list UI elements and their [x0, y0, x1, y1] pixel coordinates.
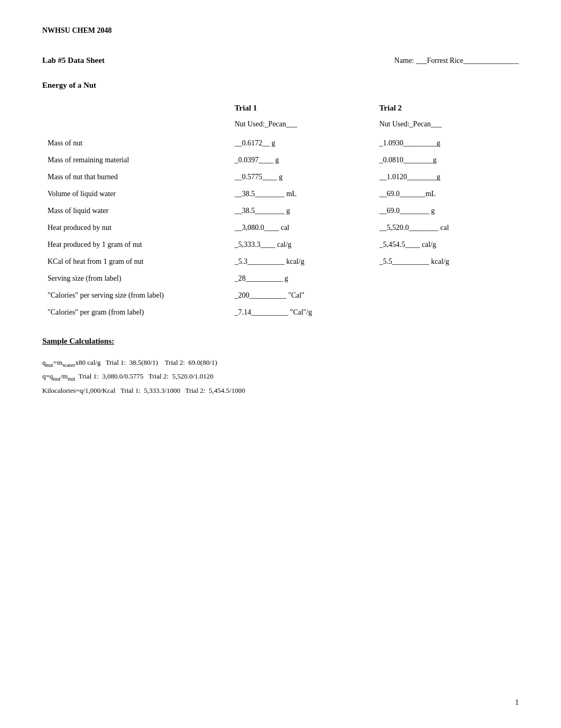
row-label-6: Heat produced by 1 gram of nut — [42, 236, 229, 253]
table-row: "Calories" per serving size (from label)… — [42, 287, 519, 304]
row-trial1-9: _200__________ "Cal" — [229, 287, 374, 304]
table-row: "Calories" per gram (from label)_7.14___… — [42, 304, 519, 321]
table-row: Volume of liquid water__38.5________ mL_… — [42, 186, 519, 202]
table-row: Mass of remaining material_0.0397____ g_… — [42, 152, 519, 169]
row-trial1-3: __38.5________ mL — [229, 186, 374, 202]
row-label-2: Mass of nut that burned — [42, 169, 229, 186]
sample-calc-line3: Kilocalories=q/1,000/Kcal Trial 1: 5,333… — [42, 384, 519, 398]
table-row: Mass of nut__0.6172__ g_1.0930_________g — [42, 135, 519, 152]
row-label-3: Volume of liquid water — [42, 186, 229, 202]
row-label-0: Mass of nut — [42, 135, 229, 152]
row-label-10: "Calories" per gram (from label) — [42, 304, 229, 321]
nut-used-spacer — [42, 118, 229, 135]
row-trial2-1: _0.0810________g — [374, 152, 519, 169]
row-trial2-0: _1.0930_________g — [374, 135, 519, 152]
page-number: 1 — [515, 698, 519, 707]
lab-title: Lab #5 Data Sheet — [42, 56, 105, 65]
trial2-header: Trial 2 — [374, 100, 519, 118]
data-table: Trial 1 Trial 2 Nut Used:_Pecan___ Nut U… — [42, 100, 519, 321]
row-label-1: Mass of remaining material — [42, 152, 229, 169]
col-header-label — [42, 100, 229, 118]
header-title: NWHSU CHEM 2048 — [42, 26, 519, 35]
table-row: Mass of liquid water__38.5________ g__69… — [42, 202, 519, 219]
row-trial1-4: __38.5________ g — [229, 202, 374, 219]
name-field: Name: ___Forrest Rice_______________ — [394, 57, 519, 65]
row-trial1-8: _28__________ g — [229, 270, 374, 287]
row-trial2-7: _5.5__________ kcal/g — [374, 253, 519, 270]
row-trial1-6: _5,333.3____ cal/g — [229, 236, 374, 253]
table-row: Mass of nut that burned__0.5775____ g__1… — [42, 169, 519, 186]
table-row: Heat produced by 1 gram of nut_5,333.3__… — [42, 236, 519, 253]
table-row: Serving size (from label)_28__________ g — [42, 270, 519, 287]
row-label-8: Serving size (from label) — [42, 270, 229, 287]
row-trial1-5: __3,080.0____ cal — [229, 219, 374, 236]
nut-used-trial1: Nut Used:_Pecan___ — [229, 118, 374, 135]
row-trial1-10: _7.14__________ "Cal"/g — [229, 304, 374, 321]
row-trial2-2: __1.0120________g — [374, 169, 519, 186]
row-label-7: KCal of heat from 1 gram of nut — [42, 253, 229, 270]
sample-calc-block: qnut=mwaterx80 cal/g Trial 1: 38.5(80/1)… — [42, 356, 519, 398]
sample-calc-title: Sample Calculations: — [42, 337, 519, 346]
nut-used-trial2: Nut Used:_Pecan___ — [374, 118, 519, 135]
row-trial2-3: __69.0_______mL — [374, 186, 519, 202]
table-row: Heat produced by nut__3,080.0____ cal__5… — [42, 219, 519, 236]
row-trial2-4: __69.0________ g — [374, 202, 519, 219]
sample-calc-line1: qnut=mwaterx80 cal/g Trial 1: 38.5(80/1)… — [42, 356, 519, 370]
row-label-4: Mass of liquid water — [42, 202, 229, 219]
row-trial2-8 — [374, 270, 519, 287]
trial1-header: Trial 1 — [229, 100, 374, 118]
sample-calc-line2: q=qnut/mnut Trial 1: 3,080.0/0.5775 Tria… — [42, 370, 519, 384]
section-title: Energy of a Nut — [42, 81, 519, 90]
row-trial1-1: _0.0397____ g — [229, 152, 374, 169]
row-trial1-7: _5.3__________ kcal/g — [229, 253, 374, 270]
row-trial2-10 — [374, 304, 519, 321]
table-row: KCal of heat from 1 gram of nut_5.3_____… — [42, 253, 519, 270]
row-label-9: "Calories" per serving size (from label) — [42, 287, 229, 304]
row-trial2-6: _5,454.5____ cal/g — [374, 236, 519, 253]
row-trial2-9 — [374, 287, 519, 304]
row-trial2-5: __5,520.0________ cal — [374, 219, 519, 236]
row-trial1-0: __0.6172__ g — [229, 135, 374, 152]
row-trial1-2: __0.5775____ g — [229, 169, 374, 186]
row-label-5: Heat produced by nut — [42, 219, 229, 236]
